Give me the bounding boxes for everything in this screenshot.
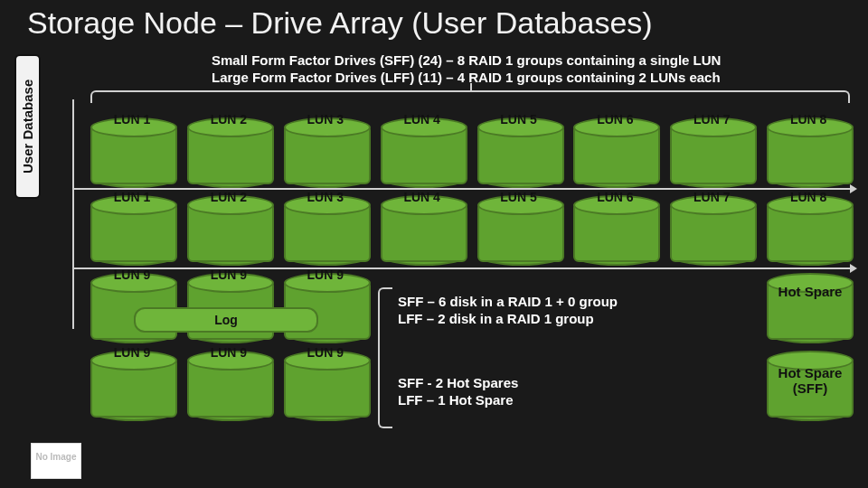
spare-note-line2: LFF – 1 Hot Spare — [398, 392, 518, 409]
lun-label: LUN 5 — [477, 190, 561, 204]
hotspare-label-1: Hot Spare — [765, 284, 855, 299]
lun-cylinder: LUN 2 — [187, 117, 270, 188]
raid-note-line2: LFF – 2 disk in a RAID 1 group — [398, 311, 618, 328]
lun-cylinder: LUN 1 — [90, 195, 174, 266]
lun-cylinder: LUN 2 — [187, 195, 270, 266]
lun-cylinder: LUN 4 — [381, 195, 464, 266]
lun-label: LUN 3 — [284, 190, 367, 204]
subtitle-line1: Small Form Factor Drives (SFF) (24) – 8 … — [212, 52, 721, 70]
lun-label: LUN 1 — [90, 190, 174, 204]
lun-cylinder: LUN 8 — [767, 117, 850, 188]
notes-bracket — [378, 287, 392, 428]
lun-label: LUN 9 — [187, 267, 270, 282]
lun-cylinder: LUN 5 — [477, 195, 561, 266]
lun-label: LUN 7 — [670, 190, 753, 204]
spare-note-line1: SFF - 2 Hot Spares — [398, 375, 518, 392]
lun-cylinder: LUN 6 — [573, 195, 656, 266]
lun-label: LUN 4 — [381, 190, 464, 204]
lun-label: LUN 9 — [284, 345, 367, 360]
lun-cylinder: LUN 4 — [381, 117, 464, 188]
connector-vertical — [72, 99, 74, 329]
lun-label: LUN 9 — [90, 345, 174, 360]
lun-label: LUN 6 — [573, 112, 656, 127]
page-title: Storage Node – Drive Array (User Databas… — [27, 5, 653, 41]
lun-label: LUN 3 — [284, 112, 367, 127]
lun-cylinder: LUN 8 — [767, 195, 850, 266]
log-badge: Log — [134, 307, 318, 333]
hotspare2-line2: (SFF) — [765, 380, 855, 396]
lun-label: LUN 9 — [284, 267, 367, 282]
lun-label: LUN 9 — [90, 267, 174, 282]
lun-label: LUN 2 — [187, 190, 270, 204]
lun-label: LUN 5 — [477, 112, 561, 127]
lun-cylinder: LUN 9 — [187, 351, 270, 421]
raid-note-line1: SFF – 6 disk in a RAID 1 + 0 group — [398, 294, 618, 311]
lun-row-0: LUN 1 LUN 2 LUN 3 LUN 4 LUN 5 LUN 6 LUN … — [90, 117, 850, 188]
lun-cylinder: LUN 7 — [670, 117, 753, 188]
lun-label: LUN 6 — [573, 190, 656, 204]
lun-label: LUN 7 — [670, 112, 753, 127]
lun-cylinder: LUN 9 — [284, 351, 367, 421]
lun-cylinder: LUN 5 — [477, 117, 561, 188]
lun-label: LUN 4 — [381, 112, 464, 127]
lun-row-1: LUN 1 LUN 2 LUN 3 LUN 4 LUN 5 LUN 6 LUN … — [90, 195, 850, 266]
lun-label: LUN 9 — [187, 345, 270, 360]
y-axis-label: User Database — [14, 54, 41, 199]
lun-cylinder: LUN 3 — [284, 117, 367, 188]
hotspare2-line1: Hot Spare — [765, 365, 855, 380]
raid-note: SFF – 6 disk in a RAID 1 + 0 group LFF –… — [398, 294, 618, 328]
subtitle: Small Form Factor Drives (SFF) (24) – 8 … — [212, 52, 721, 87]
hotspare-label-2: Hot Spare (SFF) — [765, 365, 855, 396]
lun-label: LUN 2 — [187, 112, 270, 127]
lun-cylinder: LUN 7 — [670, 195, 753, 266]
lun-cylinder: LUN 6 — [573, 117, 656, 188]
lun-label: LUN 1 — [90, 112, 174, 127]
spare-note: SFF - 2 Hot Spares LFF – 1 Hot Spare — [398, 375, 518, 409]
top-bracket — [90, 90, 850, 103]
subtitle-line2: Large Form Factor Drives (LFF) (11) – 4 … — [212, 70, 721, 87]
no-image-placeholder: No Image — [31, 443, 81, 479]
lun-cylinder: LUN 9 — [90, 351, 174, 421]
lun-cylinder: LUN 1 — [90, 117, 174, 188]
lun-label: LUN 8 — [767, 190, 850, 204]
lun-label: LUN 8 — [767, 112, 850, 127]
lun-cylinder: LUN 3 — [284, 195, 367, 266]
